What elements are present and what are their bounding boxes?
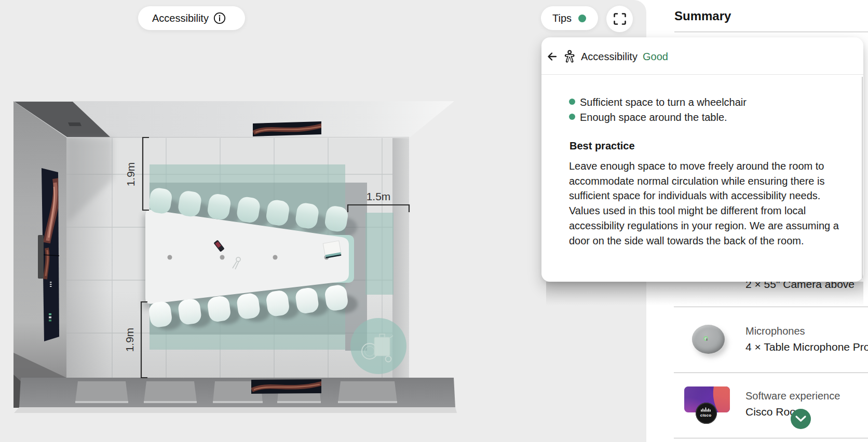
svg-text:1.9m: 1.9m bbox=[124, 328, 135, 352]
svg-text:cisco: cisco bbox=[700, 413, 711, 418]
svg-text:1.9m: 1.9m bbox=[125, 162, 137, 187]
svg-text:1.5m: 1.5m bbox=[367, 190, 391, 202]
